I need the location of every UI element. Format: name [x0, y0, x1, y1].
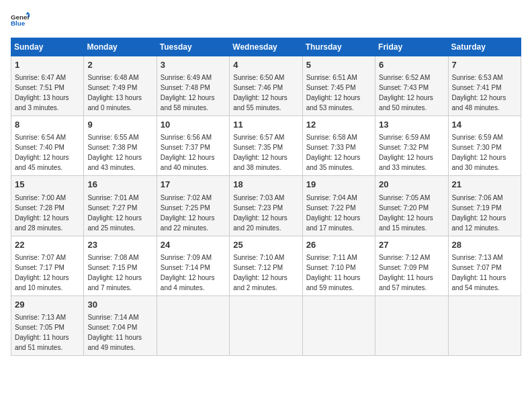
day-number: 22	[15, 239, 80, 251]
day-info: Sunrise: 7:08 AMSunset: 7:15 PMDaylight:…	[87, 254, 142, 291]
day-header-friday: Friday	[375, 38, 448, 56]
logo: General Blue	[11, 11, 30, 30]
day-info: Sunrise: 7:11 AMSunset: 7:10 PMDaylight:…	[306, 254, 361, 291]
calendar-week-3: 15Sunrise: 7:00 AMSunset: 7:28 PMDayligh…	[11, 176, 521, 236]
calendar-cell: 14Sunrise: 6:59 AMSunset: 7:30 PMDayligh…	[448, 116, 521, 176]
day-number: 30	[87, 299, 152, 311]
day-info: Sunrise: 7:06 AMSunset: 7:19 PMDaylight:…	[452, 194, 506, 232]
day-number: 1	[15, 59, 80, 71]
calendar-cell	[302, 295, 375, 355]
day-number: 25	[233, 239, 298, 251]
page-header: General Blue	[11, 11, 521, 30]
calendar-cell: 8Sunrise: 6:54 AMSunset: 7:40 PMDaylight…	[11, 116, 84, 176]
day-info: Sunrise: 6:53 AMSunset: 7:41 PMDaylight:…	[452, 74, 506, 111]
day-info: Sunrise: 7:05 AMSunset: 7:20 PMDaylight:…	[379, 194, 433, 232]
calendar-cell: 26Sunrise: 7:11 AMSunset: 7:10 PMDayligh…	[302, 236, 375, 295]
day-number: 23	[87, 239, 152, 251]
calendar-week-1: 1Sunrise: 6:47 AMSunset: 7:51 PMDaylight…	[11, 56, 521, 116]
day-number: 29	[15, 299, 80, 311]
day-info: Sunrise: 7:14 AMSunset: 7:04 PMDaylight:…	[87, 314, 142, 351]
day-info: Sunrise: 6:52 AMSunset: 7:43 PMDaylight:…	[379, 74, 433, 111]
calendar-cell: 29Sunrise: 7:13 AMSunset: 7:05 PMDayligh…	[11, 295, 84, 355]
day-info: Sunrise: 7:00 AMSunset: 7:28 PMDaylight:…	[15, 194, 69, 232]
calendar-cell: 11Sunrise: 6:57 AMSunset: 7:35 PMDayligh…	[230, 116, 302, 176]
calendar-cell: 28Sunrise: 7:13 AMSunset: 7:07 PMDayligh…	[448, 236, 521, 295]
day-number: 24	[161, 239, 226, 251]
day-number: 26	[306, 239, 371, 251]
day-info: Sunrise: 6:59 AMSunset: 7:30 PMDaylight:…	[452, 134, 506, 171]
calendar-cell: 27Sunrise: 7:12 AMSunset: 7:09 PMDayligh…	[375, 236, 448, 295]
calendar-cell	[375, 295, 448, 355]
calendar-week-2: 8Sunrise: 6:54 AMSunset: 7:40 PMDaylight…	[11, 116, 521, 176]
calendar-cell: 19Sunrise: 7:04 AMSunset: 7:22 PMDayligh…	[302, 176, 375, 236]
calendar-header: SundayMondayTuesdayWednesdayThursdayFrid…	[11, 38, 521, 56]
svg-text:Blue: Blue	[11, 19, 26, 27]
day-number: 9	[87, 119, 152, 131]
day-number: 18	[233, 179, 298, 191]
day-info: Sunrise: 7:10 AMSunset: 7:12 PMDaylight:…	[233, 254, 287, 291]
calendar-cell: 9Sunrise: 6:55 AMSunset: 7:38 PMDaylight…	[84, 116, 157, 176]
day-info: Sunrise: 6:55 AMSunset: 7:38 PMDaylight:…	[87, 134, 142, 171]
day-info: Sunrise: 6:47 AMSunset: 7:51 PMDaylight:…	[15, 74, 69, 111]
calendar-cell: 18Sunrise: 7:03 AMSunset: 7:23 PMDayligh…	[230, 176, 302, 236]
calendar-cell: 25Sunrise: 7:10 AMSunset: 7:12 PMDayligh…	[230, 236, 302, 295]
calendar-cell: 22Sunrise: 7:07 AMSunset: 7:17 PMDayligh…	[11, 236, 84, 295]
calendar-cell	[230, 295, 302, 355]
calendar-cell: 17Sunrise: 7:02 AMSunset: 7:25 PMDayligh…	[157, 176, 229, 236]
day-number: 6	[379, 59, 444, 71]
day-number: 19	[306, 179, 371, 191]
calendar-cell: 16Sunrise: 7:01 AMSunset: 7:27 PMDayligh…	[84, 176, 157, 236]
day-info: Sunrise: 6:54 AMSunset: 7:40 PMDaylight:…	[15, 134, 69, 171]
calendar-week-5: 29Sunrise: 7:13 AMSunset: 7:05 PMDayligh…	[11, 295, 521, 355]
logo-icon: General Blue	[11, 11, 30, 30]
day-header-tuesday: Tuesday	[157, 38, 229, 56]
day-info: Sunrise: 7:13 AMSunset: 7:05 PMDaylight:…	[15, 314, 69, 351]
calendar-table: SundayMondayTuesdayWednesdayThursdayFrid…	[11, 38, 521, 356]
day-info: Sunrise: 6:49 AMSunset: 7:48 PMDaylight:…	[161, 74, 215, 111]
calendar-cell: 5Sunrise: 6:51 AMSunset: 7:45 PMDaylight…	[302, 56, 375, 116]
calendar-cell: 13Sunrise: 6:59 AMSunset: 7:32 PMDayligh…	[375, 116, 448, 176]
day-number: 10	[161, 119, 226, 131]
day-number: 17	[161, 179, 226, 191]
day-number: 4	[233, 59, 298, 71]
day-number: 8	[15, 119, 80, 131]
day-info: Sunrise: 7:07 AMSunset: 7:17 PMDaylight:…	[15, 254, 69, 291]
day-info: Sunrise: 6:59 AMSunset: 7:32 PMDaylight:…	[379, 134, 433, 171]
day-number: 27	[379, 239, 444, 251]
calendar-cell: 2Sunrise: 6:48 AMSunset: 7:49 PMDaylight…	[84, 56, 157, 116]
calendar-cell: 23Sunrise: 7:08 AMSunset: 7:15 PMDayligh…	[84, 236, 157, 295]
day-info: Sunrise: 6:48 AMSunset: 7:49 PMDaylight:…	[87, 74, 142, 111]
day-header-monday: Monday	[84, 38, 157, 56]
calendar-cell: 3Sunrise: 6:49 AMSunset: 7:48 PMDaylight…	[157, 56, 229, 116]
day-info: Sunrise: 7:13 AMSunset: 7:07 PMDaylight:…	[452, 254, 506, 291]
day-info: Sunrise: 7:04 AMSunset: 7:22 PMDaylight:…	[306, 194, 361, 232]
day-info: Sunrise: 7:09 AMSunset: 7:14 PMDaylight:…	[161, 254, 215, 291]
calendar-cell: 15Sunrise: 7:00 AMSunset: 7:28 PMDayligh…	[11, 176, 84, 236]
day-info: Sunrise: 6:50 AMSunset: 7:46 PMDaylight:…	[233, 74, 287, 111]
calendar-cell: 20Sunrise: 7:05 AMSunset: 7:20 PMDayligh…	[375, 176, 448, 236]
day-number: 12	[306, 119, 371, 131]
calendar-cell: 6Sunrise: 6:52 AMSunset: 7:43 PMDaylight…	[375, 56, 448, 116]
day-number: 3	[161, 59, 226, 71]
calendar-cell: 12Sunrise: 6:58 AMSunset: 7:33 PMDayligh…	[302, 116, 375, 176]
calendar-cell: 4Sunrise: 6:50 AMSunset: 7:46 PMDaylight…	[230, 56, 302, 116]
day-header-wednesday: Wednesday	[230, 38, 302, 56]
day-info: Sunrise: 7:01 AMSunset: 7:27 PMDaylight:…	[87, 194, 142, 232]
day-header-saturday: Saturday	[448, 38, 521, 56]
day-info: Sunrise: 6:56 AMSunset: 7:37 PMDaylight:…	[161, 134, 215, 171]
calendar-cell	[448, 295, 521, 355]
calendar-body: 1Sunrise: 6:47 AMSunset: 7:51 PMDaylight…	[11, 56, 521, 356]
day-info: Sunrise: 7:03 AMSunset: 7:23 PMDaylight:…	[233, 194, 287, 232]
calendar-week-4: 22Sunrise: 7:07 AMSunset: 7:17 PMDayligh…	[11, 236, 521, 295]
day-number: 13	[379, 119, 444, 131]
day-number: 11	[233, 119, 298, 131]
calendar-cell	[157, 295, 229, 355]
calendar-cell: 7Sunrise: 6:53 AMSunset: 7:41 PMDaylight…	[448, 56, 521, 116]
calendar-cell: 10Sunrise: 6:56 AMSunset: 7:37 PMDayligh…	[157, 116, 229, 176]
day-number: 15	[15, 179, 80, 191]
day-number: 21	[452, 179, 517, 191]
day-info: Sunrise: 6:51 AMSunset: 7:45 PMDaylight:…	[306, 74, 361, 111]
day-number: 7	[452, 59, 517, 71]
day-header-thursday: Thursday	[302, 38, 375, 56]
day-info: Sunrise: 6:57 AMSunset: 7:35 PMDaylight:…	[233, 134, 287, 171]
